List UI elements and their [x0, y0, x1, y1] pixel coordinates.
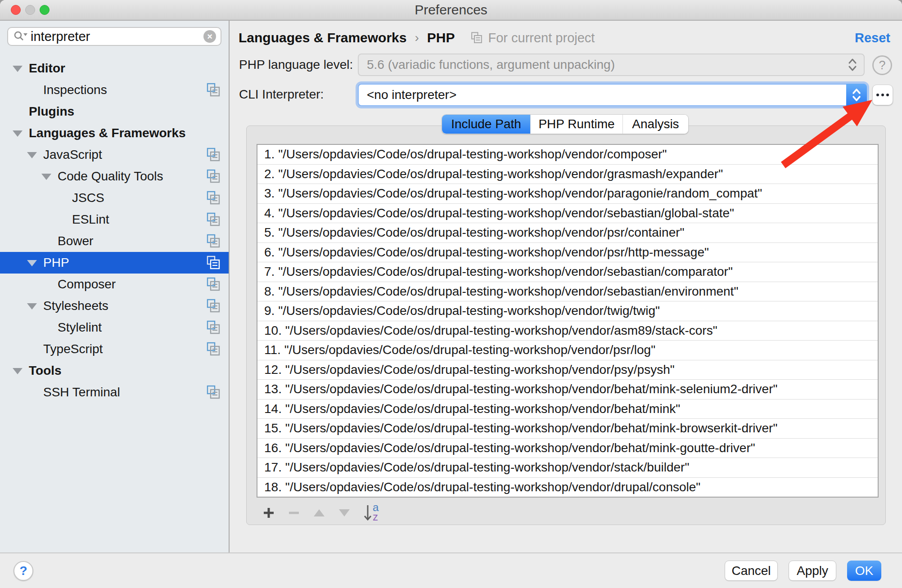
add-path-button[interactable] [263, 503, 275, 523]
sidebar-item-label: SSH Terminal [43, 385, 120, 399]
sidebar-item-jscs[interactable]: JSCS [0, 187, 229, 209]
settings-tree: Editor Inspections Plugins Languages & F… [0, 58, 229, 403]
sidebar-item-label: Bower [58, 234, 93, 248]
list-item[interactable]: 8. "/Users/opdavies/Code/os/drupal-testi… [257, 282, 878, 301]
sidebar-item-composer[interactable]: Composer [0, 274, 229, 295]
chevron-down-icon[interactable] [27, 260, 37, 266]
settings-main-panel: Languages & Frameworks › PHP For current… [230, 21, 902, 552]
ellipsis-icon [886, 94, 889, 96]
list-item[interactable]: 12. "/Users/opdavies/Code/os/drupal-test… [257, 360, 878, 380]
sidebar-item-label: Plugins [29, 104, 74, 119]
zoom-window-button[interactable] [40, 5, 50, 15]
breadcrumb-languages-frameworks[interactable]: Languages & Frameworks [239, 30, 406, 45]
list-item[interactable]: 7. "/Users/opdavies/Code/os/drupal-testi… [257, 262, 878, 282]
list-item[interactable]: 15. "/Users/opdavies/Code/os/drupal-test… [257, 418, 878, 438]
list-item[interactable]: 5. "/Users/opdavies/Code/os/drupal-testi… [257, 223, 878, 242]
tab-include-path[interactable]: Include Path [442, 115, 530, 134]
sort-arrow-icon [364, 503, 372, 523]
list-item[interactable]: 14. "/Users/opdavies/Code/os/drupal-test… [257, 399, 878, 419]
list-item[interactable]: 4. "/Users/opdavies/Code/os/drupal-testi… [257, 203, 878, 223]
sidebar-item-languages-frameworks[interactable]: Languages & Frameworks [0, 122, 229, 144]
plus-icon [263, 507, 275, 519]
reset-link[interactable]: Reset [855, 31, 890, 45]
sidebar-item-bower[interactable]: Bower [0, 230, 229, 252]
list-item[interactable]: 13. "/Users/opdavies/Code/os/drupal-test… [257, 379, 878, 399]
language-level-value: 5.6 (variadic functions, argument unpack… [367, 58, 848, 72]
clear-search-icon[interactable]: × [203, 30, 216, 43]
stepper-icon [848, 56, 857, 73]
list-item[interactable]: 1. "/Users/opdavies/Code/os/drupal-testi… [257, 145, 878, 164]
sidebar-item-php[interactable]: PHP [0, 252, 229, 274]
move-down-button[interactable] [338, 503, 350, 523]
ellipsis-icon [876, 94, 879, 96]
search-input[interactable] [28, 29, 203, 44]
sidebar-item-plugins[interactable]: Plugins [0, 101, 229, 122]
sidebar-item-label: Stylesheets [43, 299, 108, 313]
sidebar-item-ssh-terminal[interactable]: SSH Terminal [0, 382, 229, 403]
sort-alphabetically-button[interactable]: a z [364, 503, 384, 523]
settings-sidebar: × Editor Inspections Plugins Languages &… [0, 21, 230, 552]
window-controls [11, 5, 50, 15]
chevron-down-icon[interactable] [27, 303, 37, 310]
help-icon[interactable]: ? [872, 55, 892, 75]
chevron-down-icon[interactable] [13, 66, 23, 72]
list-item[interactable]: 9. "/Users/opdavies/Code/os/drupal-testi… [257, 301, 878, 321]
minimize-window-button[interactable] [25, 5, 35, 15]
sidebar-item-eslint[interactable]: ESLint [0, 209, 229, 230]
help-button[interactable]: ? [14, 561, 33, 581]
ok-button[interactable]: OK [847, 561, 881, 581]
list-item[interactable]: 11. "/Users/opdavies/Code/os/drupal-test… [257, 340, 878, 360]
list-item[interactable]: 3. "/Users/opdavies/Code/os/drupal-testi… [257, 184, 878, 203]
settings-search-field[interactable]: × [7, 27, 221, 46]
copy-settings-icon [205, 168, 221, 184]
cancel-button[interactable]: Cancel [725, 561, 778, 581]
include-path-panel: 1. "/Users/opdavies/Code/os/drupal-testi… [246, 126, 886, 525]
sidebar-item-label: PHP [43, 256, 69, 270]
sidebar-item-typescript[interactable]: TypeScript [0, 338, 229, 360]
move-up-button[interactable] [313, 503, 325, 523]
apply-button[interactable]: Apply [789, 561, 836, 581]
list-item[interactable]: 6. "/Users/opdavies/Code/os/drupal-testi… [257, 242, 878, 262]
list-item[interactable]: 10. "/Users/opdavies/Code/os/drupal-test… [257, 321, 878, 341]
language-level-select[interactable]: 5.6 (variadic functions, argument unpack… [358, 54, 865, 76]
window-title: Preferences [415, 2, 487, 18]
sidebar-item-tools[interactable]: Tools [0, 360, 229, 382]
copy-settings-icon [205, 233, 221, 249]
chevron-down-icon[interactable] [13, 130, 23, 137]
sidebar-item-inspections[interactable]: Inspections [0, 79, 229, 101]
list-item[interactable]: 16. "/Users/opdavies/Code/os/drupal-test… [257, 438, 878, 458]
chevron-down-icon[interactable] [41, 174, 51, 180]
breadcrumb: Languages & Frameworks › PHP For current… [239, 28, 595, 48]
stepper-icon[interactable] [846, 84, 867, 106]
sidebar-item-code-quality-tools[interactable]: Code Quality Tools [0, 166, 229, 187]
sidebar-item-stylesheets[interactable]: Stylesheets [0, 295, 229, 317]
down-arrow-icon [339, 509, 350, 516]
sidebar-item-javascript[interactable]: JavaScript [0, 144, 229, 166]
chevron-down-icon[interactable] [13, 368, 23, 374]
help-glyph: ? [879, 58, 885, 72]
cli-interpreter-select[interactable]: <no interpreter> [358, 84, 867, 106]
minus-icon [288, 507, 300, 519]
include-path-list: 1. "/Users/opdavies/Code/os/drupal-testi… [257, 144, 879, 498]
chevron-down-icon[interactable] [27, 152, 37, 158]
list-item[interactable]: 18. "/Users/opdavies/Code/os/drupal-test… [257, 477, 878, 497]
close-window-button[interactable] [11, 5, 21, 15]
sidebar-item-editor[interactable]: Editor [0, 58, 229, 79]
list-item[interactable]: 2. "/Users/opdavies/Code/os/drupal-testi… [257, 164, 878, 184]
cli-interpreter-value: <no interpreter> [367, 88, 456, 102]
language-level-label: PHP language level: [239, 55, 353, 75]
browse-interpreters-button[interactable] [872, 85, 893, 105]
list-item[interactable]: 17. "/Users/opdavies/Code/os/drupal-test… [257, 458, 878, 477]
ellipsis-icon [881, 94, 884, 96]
tab-php-runtime[interactable]: PHP Runtime [530, 115, 622, 134]
sidebar-item-label: JavaScript [43, 148, 102, 162]
sidebar-item-label: Editor [29, 61, 65, 76]
scope-indicator: For current project [470, 31, 595, 45]
copy-settings-icon [205, 319, 221, 336]
sidebar-item-stylelint[interactable]: Stylelint [0, 317, 229, 338]
sidebar-item-label: Inspections [43, 83, 107, 97]
tab-analysis[interactable]: Analysis [622, 115, 688, 134]
remove-path-button[interactable] [288, 503, 300, 523]
copy-settings-icon [470, 31, 483, 45]
copy-settings-icon [205, 255, 221, 271]
